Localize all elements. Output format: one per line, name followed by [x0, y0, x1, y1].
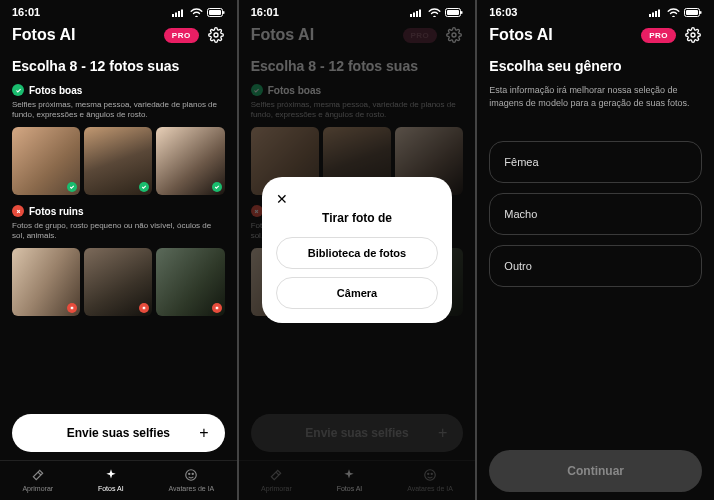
plus-icon: +: [199, 424, 208, 442]
gender-option-male[interactable]: Macho: [489, 193, 702, 235]
svg-point-9: [189, 473, 190, 474]
screen-2: 16:01 Fotos AI PRO Escolha 8 - 12 fotos …: [239, 0, 476, 500]
photo-source-modal: ✕ Tirar foto de Biblioteca de fotos Câme…: [262, 177, 451, 323]
bad-thumbs: [12, 248, 225, 316]
thumb-bad-3[interactable]: [156, 248, 224, 316]
signal-icon: [649, 8, 663, 17]
sparkle-icon: [103, 467, 119, 483]
svg-rect-3: [181, 9, 183, 17]
battery-icon: [207, 8, 225, 17]
battery-icon: [684, 8, 702, 17]
app-title: Fotos AI: [489, 26, 552, 44]
thumb-good-1[interactable]: [12, 127, 80, 195]
screen-1: 16:01 Fotos AI PRO Escolha 8 - 12 fotos …: [0, 0, 237, 500]
good-photos-label: Fotos boas: [12, 84, 225, 96]
page-description: Esta informação irá melhorar nossa seleç…: [489, 84, 702, 109]
gear-icon[interactable]: [207, 26, 225, 44]
thumb-bad-2[interactable]: [84, 248, 152, 316]
wifi-icon: [190, 8, 203, 17]
check-badge-icon: [139, 182, 149, 192]
screen-3: 16:03 Fotos AI PRO Escolha seu gênero Es…: [477, 0, 714, 500]
modal-title: Tirar foto de: [276, 211, 437, 225]
tab-label: Aprimorar: [22, 485, 53, 492]
signal-icon: [172, 8, 186, 17]
svg-rect-24: [655, 11, 657, 17]
app-title: Fotos AI: [12, 26, 75, 44]
status-time: 16:01: [12, 6, 40, 18]
status-icons: [172, 8, 225, 17]
svg-rect-28: [700, 11, 702, 14]
svg-rect-6: [223, 11, 225, 14]
spacer: [489, 287, 702, 434]
good-desc: Selfies próximas, mesma pessoa, variedad…: [12, 100, 225, 121]
modal-overlay[interactable]: ✕ Tirar foto de Biblioteca de fotos Câme…: [239, 0, 476, 500]
bad-label-text: Fotos ruins: [29, 206, 83, 217]
app-header: Fotos AI PRO: [0, 20, 237, 50]
good-thumbs: [12, 127, 225, 195]
check-badge-icon: [67, 182, 77, 192]
camera-button[interactable]: Câmera: [276, 277, 437, 309]
svg-point-10: [193, 473, 194, 474]
svg-rect-0: [172, 14, 174, 17]
main-content: Escolha 8 - 12 fotos suas Fotos boas Sel…: [0, 50, 237, 406]
tab-avatares[interactable]: Avatares de IA: [168, 467, 214, 492]
page-subtitle: Escolha seu gênero: [489, 58, 702, 74]
good-label-text: Fotos boas: [29, 85, 82, 96]
status-time: 16:03: [489, 6, 517, 18]
pro-badge[interactable]: PRO: [641, 28, 676, 43]
cta-area: Envie suas selfies +: [0, 406, 237, 460]
svg-rect-22: [649, 14, 651, 17]
tab-bar: Aprimorar Fotos AI Avatares de IA: [0, 460, 237, 500]
wifi-icon: [667, 8, 680, 17]
x-badge-icon: [67, 303, 77, 313]
status-icons: [649, 8, 702, 17]
thumb-good-3[interactable]: [156, 127, 224, 195]
svg-point-29: [691, 33, 695, 37]
x-badge-icon: [212, 303, 222, 313]
bad-desc: Fotos de grupo, rosto pequeno ou não vis…: [12, 221, 225, 242]
svg-rect-27: [686, 10, 698, 15]
status-bar: 16:03: [477, 0, 714, 20]
tab-label: Avatares de IA: [168, 485, 214, 492]
svg-rect-5: [209, 10, 221, 15]
main-content: Escolha seu gênero Esta informação irá m…: [477, 50, 714, 442]
svg-rect-2: [178, 11, 180, 17]
svg-rect-1: [175, 12, 177, 17]
wand-icon: [30, 467, 46, 483]
continue-button[interactable]: Continuar: [489, 450, 702, 492]
svg-rect-25: [658, 9, 660, 17]
page-subtitle: Escolha 8 - 12 fotos suas: [12, 58, 225, 74]
gender-options: Fêmea Macho Outro: [489, 141, 702, 287]
x-icon: [12, 205, 24, 217]
gender-option-female[interactable]: Fêmea: [489, 141, 702, 183]
check-icon: [12, 84, 24, 96]
app-header: Fotos AI PRO: [477, 20, 714, 50]
tab-fotos-ai[interactable]: Fotos AI: [98, 467, 124, 492]
svg-rect-23: [652, 12, 654, 17]
status-bar: 16:01: [0, 0, 237, 20]
photo-library-button[interactable]: Biblioteca de fotos: [276, 237, 437, 269]
tab-label: Fotos AI: [98, 485, 124, 492]
check-badge-icon: [212, 182, 222, 192]
svg-point-7: [214, 33, 218, 37]
cta-label: Envie suas selfies: [67, 426, 170, 440]
pro-badge[interactable]: PRO: [164, 28, 199, 43]
gear-icon[interactable]: [684, 26, 702, 44]
thumb-good-2[interactable]: [84, 127, 152, 195]
gender-option-other[interactable]: Outro: [489, 245, 702, 287]
face-icon: [183, 467, 199, 483]
tab-aprimorar[interactable]: Aprimorar: [22, 467, 53, 492]
close-icon[interactable]: ✕: [276, 191, 437, 207]
x-badge-icon: [139, 303, 149, 313]
svg-point-8: [186, 470, 197, 481]
thumb-bad-1[interactable]: [12, 248, 80, 316]
bad-photos-label: Fotos ruins: [12, 205, 225, 217]
upload-selfies-button[interactable]: Envie suas selfies +: [12, 414, 225, 452]
